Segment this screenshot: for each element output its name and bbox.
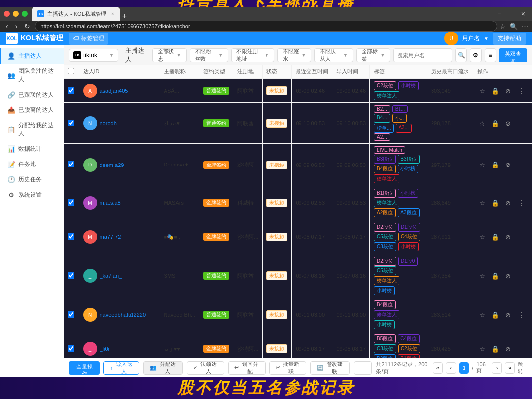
action-star-icon[interactable]: ☆ — [477, 271, 487, 281]
batch-disconnect-btn[interactable]: ✂ 批量断联 — [269, 361, 307, 375]
user-link[interactable]: m.a.s.a8 — [100, 200, 121, 206]
settings-icon-btn[interactable]: ⚙ — [470, 48, 482, 62]
sidebar-item-history[interactable]: 🕐 历史任务 — [0, 172, 64, 187]
action-more-icon[interactable]: ⋮ — [516, 310, 528, 320]
last-page-btn[interactable]: » — [505, 362, 515, 374]
action-more-icon[interactable]: ⋮ — [516, 86, 528, 96]
browser-min-btn[interactable] — [13, 11, 19, 17]
action-lock-icon[interactable]: 🔒 — [490, 271, 500, 281]
all-ops-btn[interactable]: 全量操作 — [69, 361, 100, 375]
user-cell: _ _ka7lan_ — [83, 269, 156, 283]
refresh-btn[interactable]: ↻ — [22, 21, 32, 31]
action-cancel-icon[interactable]: ⊘ — [503, 271, 513, 281]
table-scroll[interactable]: 达人ID 主播昵称 签约类型 注册地 状态 最近交互时间 导入时间 标签 历史最… — [64, 65, 532, 358]
action-star-icon[interactable]: ☆ — [477, 86, 487, 96]
action-lock-icon[interactable]: 🔒 — [490, 86, 500, 96]
add-tab-btn[interactable]: + — [122, 12, 127, 21]
win-min-icon[interactable]: − — [494, 9, 504, 19]
browser-close-btn[interactable] — [4, 11, 10, 17]
url-bar[interactable]: https://kol.szdamai.com/team/24751096673… — [35, 21, 497, 32]
row-checkbox[interactable] — [68, 233, 74, 240]
user-link[interactable]: naveedbhatti12220 — [100, 312, 146, 318]
filter-btn-region[interactable]: 不限注册地址 ▼ — [231, 48, 274, 62]
browser-tab-active[interactable]: TK 主播达人 - KOL私域管理 × — [32, 7, 120, 21]
browser-max-btn[interactable] — [22, 11, 28, 17]
action-star-icon[interactable]: ☆ — [477, 344, 487, 354]
back-btn[interactable]: ‹ — [4, 21, 10, 31]
extensions-btn[interactable]: ⋯ — [522, 23, 528, 30]
filter-btn-tags[interactable]: 全部标签 ▼ — [356, 48, 390, 62]
action-cancel-icon[interactable]: ⊘ — [503, 118, 513, 128]
action-cancel-icon[interactable]: ⊘ — [503, 310, 513, 320]
action-star-icon[interactable]: ☆ — [477, 118, 487, 128]
win-close-icon[interactable]: × — [518, 9, 528, 19]
row-checkbox[interactable] — [68, 200, 74, 206]
sidebar-item-settings[interactable]: ⚙ 系统设置 — [0, 187, 64, 202]
claim-anchor-btn[interactable]: ✓ 认领达人 — [187, 361, 224, 375]
action-more-icon[interactable]: ⋮ — [516, 199, 528, 208]
sidebar-item-anchor[interactable]: 👤 主播达人 — [0, 48, 64, 64]
action-star-icon[interactable]: ☆ — [477, 198, 487, 208]
current-page-btn[interactable]: 1 — [459, 362, 469, 374]
forward-btn[interactable]: › — [13, 21, 20, 31]
action-star-icon[interactable]: ☆ — [477, 232, 487, 242]
user-link[interactable]: asadjan405 — [100, 88, 128, 94]
action-lock-icon[interactable]: 🔒 — [490, 160, 500, 170]
win-restore-icon[interactable]: □ — [506, 9, 516, 19]
filter-btn-status[interactable]: 全部状态 ▼ — [152, 48, 186, 62]
tab-close-btn[interactable]: × — [111, 11, 114, 17]
bookmark-btn[interactable]: ☆ — [500, 23, 506, 30]
row-checkbox[interactable] — [68, 345, 74, 352]
user-link[interactable]: _li0r — [100, 346, 110, 352]
select-all-checkbox[interactable] — [68, 68, 74, 74]
sidebar-item-disconnected[interactable]: 📤 已脱离的达人 — [0, 102, 64, 118]
action-lock-icon[interactable]: 🔒 — [490, 344, 500, 354]
row-checkbox[interactable] — [68, 272, 74, 279]
import-anchor-btn[interactable]: ↑ 导入达人 — [103, 361, 139, 375]
user-link[interactable]: ma77.72 — [100, 234, 121, 240]
sidebar-item-assigned[interactable]: 📋 分配给我的达人 — [0, 118, 64, 141]
search-input[interactable] — [393, 48, 452, 62]
action-cancel-icon[interactable]: ⊘ — [503, 344, 513, 354]
user-dropdown-icon[interactable]: ▼ — [484, 36, 489, 41]
action-lock-icon[interactable]: 🔒 — [490, 198, 500, 208]
sidebar-item-tasks[interactable]: 📝 任务池 — [0, 157, 64, 172]
search-btn[interactable]: 🔍 — [510, 23, 518, 30]
filter-btn-growth[interactable]: 不限涨水 ▼ — [277, 48, 311, 62]
user-link[interactable]: _ka7lan_ — [100, 273, 122, 279]
sidebar-item-team-follow[interactable]: 👥 团队关注的达人 — [0, 64, 64, 87]
prev-page-btn[interactable]: ‹ — [446, 362, 456, 374]
action-lock-icon[interactable]: 🔒 — [490, 310, 500, 320]
row-checkbox[interactable] — [68, 311, 74, 318]
user-cell: _ _li0r — [83, 342, 156, 356]
action-lock-icon[interactable]: 🔒 — [490, 232, 500, 242]
action-cancel-icon[interactable]: ⊘ — [503, 232, 513, 242]
recall-assign-btn[interactable]: ↩ 划回分配 — [228, 361, 266, 375]
filter-btn-fans[interactable]: 不限粉丝数 ▼ — [190, 48, 229, 62]
row-checkbox[interactable] — [68, 87, 74, 94]
search-icon-btn[interactable]: 🔍 — [455, 48, 467, 62]
action-cancel-icon[interactable]: ⊘ — [503, 198, 513, 208]
quick-link-btn[interactable]: 🔄 意改建联 — [310, 361, 350, 375]
support-btn[interactable]: 支持帮助 — [493, 33, 526, 45]
action-lock-icon[interactable]: 🔒 — [490, 118, 500, 128]
row-checkbox[interactable] — [68, 120, 74, 126]
sidebar-item-stats[interactable]: 📊 数据统计 — [0, 141, 64, 157]
filter-btn-follow[interactable]: 不限认从人 ▼ — [314, 48, 353, 62]
platform-selector[interactable]: TK tiktok ▼ — [69, 49, 118, 62]
sidebar-item-connected[interactable]: 🔗 已跟联的达人 — [0, 87, 64, 102]
user-link[interactable]: deem.a29 — [100, 162, 124, 168]
filter-icon-btn[interactable]: ≡ — [485, 48, 497, 62]
next-page-btn[interactable]: › — [492, 362, 502, 374]
english-query-btn[interactable]: 英双查询 — [499, 48, 527, 62]
action-star-icon[interactable]: ☆ — [477, 160, 487, 170]
action-cancel-icon[interactable]: ⊘ — [503, 160, 513, 170]
header-nav-labels[interactable]: 🏷 标签管理 — [69, 33, 108, 45]
action-cancel-icon[interactable]: ⊘ — [503, 86, 513, 96]
action-star-icon[interactable]: ☆ — [477, 310, 487, 320]
first-page-btn[interactable]: « — [433, 362, 443, 374]
user-link[interactable]: norodh — [100, 120, 117, 126]
row-checkbox[interactable] — [68, 161, 74, 167]
more-ops-btn[interactable]: ⋯ — [354, 361, 372, 375]
assign-anchor-btn[interactable]: 👥 分配达人 — [143, 361, 183, 375]
